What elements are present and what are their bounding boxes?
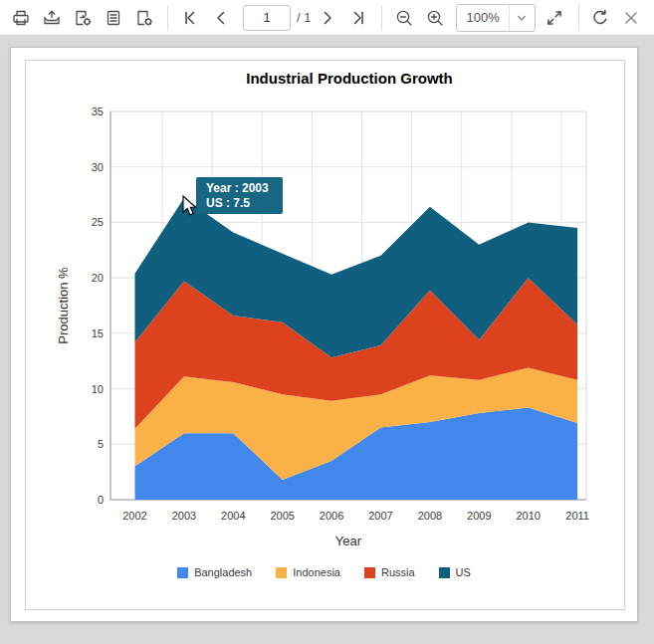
y-axis-tick-label: 0 [98,494,104,506]
x-axis-title: Year [335,534,362,548]
legend-swatch [177,567,188,578]
fit-to-page-button[interactable] [541,3,569,32]
legend-label: Bangladesh [194,566,252,578]
zoom-level-select[interactable]: 100% [456,4,535,32]
mouse-cursor-icon [182,195,198,217]
y-axis-tick-label: 25 [92,216,104,228]
legend-item-russia[interactable]: Russia [364,566,415,578]
refresh-icon [590,8,610,28]
stacked-area-chart[interactable]: 0510152025303520022003200420052006200720… [11,48,637,621]
fit-to-page-icon [545,8,564,28]
chevron-down-icon[interactable] [509,5,535,31]
toolbar-separator [381,5,382,31]
legend-swatch [439,567,450,578]
legend-swatch [364,567,375,578]
x-axis-tick-label: 2008 [418,510,442,522]
x-axis-tick-label: 2010 [516,510,540,522]
legend-item-bangladesh[interactable]: Bangladesh [177,566,252,578]
x-axis-tick-label: 2006 [320,510,343,522]
legend-label: Russia [381,566,415,578]
y-axis-tick-label: 15 [92,327,104,339]
legend-item-indonesia[interactable]: Indonesia [276,566,340,578]
page-export-icon [73,8,93,28]
next-page-button[interactable] [313,3,341,32]
zoom-in-icon [425,8,445,28]
chart-title: Industrial Production Growth [246,70,453,87]
printer-icon [11,8,31,28]
tooltip-line-year: Year : 2003 [206,181,283,196]
zoom-in-button[interactable] [420,3,449,32]
print-button[interactable] [6,3,35,32]
y-axis-title: Production % [56,267,71,344]
refresh-button[interactable] [586,3,615,32]
export-button[interactable] [37,3,66,32]
page-gear-icon [134,8,154,28]
y-axis-tick-label: 20 [92,272,104,284]
x-axis-tick-label: 2011 [565,510,589,522]
export-tray-icon [42,8,62,28]
x-axis-tick-label: 2005 [270,510,294,522]
chart-tooltip: Year : 2003 US : 7.5 [196,177,283,214]
zoom-out-button[interactable] [389,3,418,32]
y-axis-tick-label: 30 [92,161,104,173]
page-number-input[interactable] [243,5,291,31]
viewer-toolbar: / 1 100% [0,0,654,36]
toolbar-separator [167,5,168,31]
x-axis-tick-label: 2003 [172,510,196,522]
next-page-icon [318,8,337,28]
zoom-level-value: 100% [457,10,508,25]
viewer-canvas: 0510152025303520022003200420052006200720… [0,36,654,644]
export-settings-button[interactable] [68,3,97,32]
x-axis-tick-label: 2007 [368,510,392,522]
legend-item-us[interactable]: US [439,566,471,578]
close-button[interactable] [617,3,646,32]
zoom-out-icon [394,8,414,28]
previous-page-icon [211,8,231,28]
x-axis-tick-label: 2004 [221,510,245,522]
page-setup-button[interactable] [129,3,158,32]
toolbar-separator [578,5,579,31]
y-axis-tick-label: 10 [92,383,104,395]
legend-label: US [456,566,471,578]
report-page: 0510152025303520022003200420052006200720… [10,47,638,622]
tooltip-line-value: US : 7.5 [206,196,283,211]
previous-page-button[interactable] [206,3,235,32]
first-page-icon [180,8,200,28]
close-icon [621,8,641,28]
y-axis-tick-label: 5 [98,438,104,450]
print-layout-button[interactable] [99,3,127,32]
page-total-label: / 1 [297,10,311,25]
x-axis-tick-label: 2009 [467,510,491,522]
last-page-button[interactable] [343,3,372,32]
chart-legend: BangladeshIndonesiaRussiaUS [11,566,637,578]
y-axis-tick-label: 35 [92,106,104,117]
last-page-icon [348,8,368,28]
document-icon [104,8,123,28]
x-axis-tick-label: 2002 [122,510,146,522]
first-page-button[interactable] [175,3,204,32]
legend-label: Indonesia [293,566,340,578]
legend-swatch [276,567,287,578]
